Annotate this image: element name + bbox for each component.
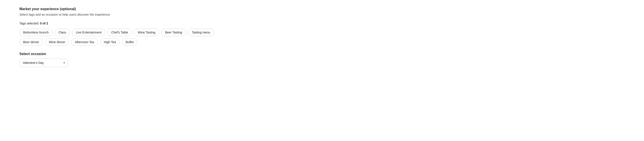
tag-chip-afternoon-tea[interactable]: Afternoon Tea bbox=[71, 38, 98, 46]
section-title: Market your experience (optional) bbox=[20, 7, 624, 11]
tag-chip-tasting-menu[interactable]: Tasting menu bbox=[188, 29, 214, 36]
occasion-select-wrapper: Valentine's DayBirthdayAnniversaryNone ▾ bbox=[20, 58, 68, 67]
occasion-select[interactable]: Valentine's DayBirthdayAnniversaryNone bbox=[20, 58, 68, 67]
tag-chip-bottomless-brunch[interactable]: Bottomless brunch bbox=[20, 29, 52, 36]
tag-chip-class[interactable]: Class bbox=[55, 29, 70, 36]
tag-chip-chefs-table[interactable]: Chef's Table bbox=[108, 29, 132, 36]
tag-chip-buffet[interactable]: Buffet bbox=[122, 38, 137, 46]
tags-count-label: Tags selected: bbox=[20, 22, 39, 25]
section-subtitle: Select tags and an occasion to help user… bbox=[20, 13, 624, 16]
tags-row-2: Beer dinnerWine dinnerAfternoon TeaHigh … bbox=[20, 38, 624, 46]
select-occasion-label: Select occasion bbox=[20, 52, 624, 56]
tag-chip-high-tea[interactable]: High Tea bbox=[100, 38, 120, 46]
tag-chip-wine-dinner[interactable]: Wine dinner bbox=[45, 38, 69, 46]
tag-chip-beer-tasting[interactable]: Beer Tasting bbox=[161, 29, 186, 36]
tags-row-1: Bottomless brunchClassLive Entertainment… bbox=[20, 29, 624, 36]
tags-count: Tags selected: 0 of 2 bbox=[20, 22, 624, 25]
tag-chip-beer-dinner[interactable]: Beer dinner bbox=[20, 38, 43, 46]
tag-chip-live-entertainment[interactable]: Live Entertainment bbox=[72, 29, 105, 36]
tags-count-value: 0 of 2 bbox=[40, 22, 48, 25]
tag-chip-wine-tasting[interactable]: Wine Tasting bbox=[134, 29, 159, 36]
